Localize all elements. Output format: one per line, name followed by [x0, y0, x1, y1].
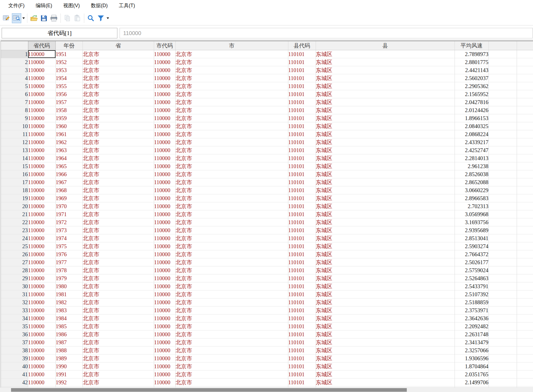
row-number[interactable]: 35	[1, 322, 28, 330]
cell-county-code[interactable]: 110101	[288, 290, 316, 298]
cell-year[interactable]: 1952	[56, 58, 83, 66]
row-number[interactable]: 33	[1, 306, 28, 314]
find-button[interactable]	[86, 13, 96, 23]
cell-year[interactable]: 1981	[56, 290, 83, 298]
cell-avg-wind-speed[interactable]: 2.702313	[455, 202, 489, 210]
cell-province-code[interactable]: 110000	[28, 114, 56, 122]
cell-city[interactable]: 北京市	[175, 210, 288, 218]
cell-city[interactable]: 北京市	[175, 306, 288, 314]
cell-year[interactable]: 1990	[56, 362, 83, 370]
cell-avg-wind-speed[interactable]: 2.5903274	[455, 242, 489, 250]
cell-city-code[interactable]: 110000	[154, 170, 175, 178]
cell-year[interactable]: 1986	[56, 330, 83, 338]
cell-county-code[interactable]: 110101	[288, 154, 316, 162]
cell-city[interactable]: 北京市	[175, 354, 288, 362]
cell-province-code[interactable]: 110000	[28, 186, 56, 194]
row-number[interactable]: 9	[1, 114, 28, 122]
cell-county[interactable]: 东城区	[316, 74, 455, 82]
cell-year[interactable]: 1969	[56, 194, 83, 202]
cell-avg-wind-speed[interactable]: 3.1693756	[455, 218, 489, 226]
cell-city-code[interactable]: 110000	[154, 250, 175, 258]
cell-city-code[interactable]: 110000	[154, 274, 175, 282]
cell-province[interactable]: 北京市	[83, 146, 154, 154]
cell-county-code[interactable]: 110101	[288, 194, 316, 202]
cell-city-code[interactable]: 110000	[154, 98, 175, 106]
cell-province[interactable]: 北京市	[83, 90, 154, 98]
cell-province-code[interactable]: 110000	[28, 362, 56, 370]
cell-province-code[interactable]: 110000	[28, 218, 56, 226]
cell-province[interactable]: 北京市	[83, 290, 154, 298]
cell-city[interactable]: 北京市	[175, 178, 288, 186]
cell-city-code[interactable]: 110000	[154, 50, 175, 58]
cell-city-code[interactable]: 110000	[154, 202, 175, 210]
cell-year[interactable]: 1965	[56, 162, 83, 170]
cell-province-code[interactable]: 110000	[28, 154, 56, 162]
cell-province[interactable]: 北京市	[83, 234, 154, 242]
cell-city[interactable]: 北京市	[175, 170, 288, 178]
cell-county-code[interactable]: 110101	[288, 90, 316, 98]
filter-caret-icon[interactable]	[106, 13, 110, 23]
row-number[interactable]: 29	[1, 274, 28, 282]
cell-province[interactable]: 北京市	[83, 178, 154, 186]
row-number[interactable]: 6	[1, 90, 28, 98]
cell-city-code[interactable]: 110000	[154, 338, 175, 346]
cell-county-code[interactable]: 110101	[288, 66, 316, 74]
cell-county-code[interactable]: 110101	[288, 218, 316, 226]
cell-county-code[interactable]: 110101	[288, 370, 316, 378]
cell-county-code[interactable]: 110101	[288, 282, 316, 290]
cell-city-code[interactable]: 110000	[154, 322, 175, 330]
cell-city[interactable]: 北京市	[175, 130, 288, 138]
cell-city[interactable]: 北京市	[175, 74, 288, 82]
cell-year[interactable]: 1970	[56, 202, 83, 210]
cell-city-code[interactable]: 110000	[154, 90, 175, 98]
cell-avg-wind-speed[interactable]: 2.5188859	[455, 298, 489, 306]
cell-county[interactable]: 东城区	[316, 314, 455, 322]
cell-province[interactable]: 北京市	[83, 274, 154, 282]
row-number[interactable]: 17	[1, 178, 28, 186]
cell-county[interactable]: 东城区	[316, 146, 455, 154]
cell-province-code[interactable]: 110000	[28, 242, 56, 250]
column-header-city-code[interactable]: 市代码	[154, 41, 175, 50]
cell-city-code[interactable]: 110000	[154, 58, 175, 66]
cell-city-code[interactable]: 110000	[154, 354, 175, 362]
cell-year[interactable]: 1991	[56, 370, 83, 378]
cell-value-input[interactable]: 110000	[120, 28, 533, 38]
cell-province[interactable]: 北京市	[83, 194, 154, 202]
cell-city-code[interactable]: 110000	[154, 106, 175, 114]
cell-county[interactable]: 东城区	[316, 346, 455, 354]
cell-county[interactable]: 东城区	[316, 66, 455, 74]
cell-county-code[interactable]: 110101	[288, 122, 316, 130]
cell-year[interactable]: 1960	[56, 122, 83, 130]
column-header-county[interactable]: 县	[316, 41, 455, 50]
cell-province[interactable]: 北京市	[83, 242, 154, 250]
cell-avg-wind-speed[interactable]: 2.9395689	[455, 226, 489, 234]
row-number[interactable]: 12	[1, 138, 28, 146]
cell-county-code[interactable]: 110101	[288, 146, 316, 154]
cell-city[interactable]: 北京市	[175, 58, 288, 66]
cell-county-code[interactable]: 110101	[288, 330, 316, 338]
cell-province-code[interactable]: 110000	[28, 354, 56, 362]
column-header-avg-wind-speed[interactable]: 平均风速	[455, 41, 489, 50]
scrollbar-thumb[interactable]	[11, 388, 407, 392]
row-number[interactable]: 11	[1, 130, 28, 138]
cell-province[interactable]: 北京市	[83, 226, 154, 234]
cell-county[interactable]: 东城区	[316, 266, 455, 274]
cell-city-code[interactable]: 110000	[154, 370, 175, 378]
row-number[interactable]: 15	[1, 162, 28, 170]
cell-city-code[interactable]: 110000	[154, 210, 175, 218]
cell-avg-wind-speed[interactable]: 2.7898973	[455, 50, 489, 58]
cell-avg-wind-speed[interactable]: 2.8966583	[455, 194, 489, 202]
cell-county[interactable]: 东城区	[316, 306, 455, 314]
cell-city[interactable]: 北京市	[175, 274, 288, 282]
cell-year[interactable]: 1955	[56, 82, 83, 90]
cell-city[interactable]: 北京市	[175, 202, 288, 210]
cell-province[interactable]: 北京市	[83, 106, 154, 114]
cell-county[interactable]: 东城区	[316, 226, 455, 234]
cell-avg-wind-speed[interactable]: 2.0427816	[455, 98, 489, 106]
cell-province[interactable]: 北京市	[83, 346, 154, 354]
cell-province[interactable]: 北京市	[83, 210, 154, 218]
cell-county-code[interactable]: 110101	[288, 250, 316, 258]
cell-city[interactable]: 北京市	[175, 314, 288, 322]
row-number[interactable]: 41	[1, 370, 28, 378]
cell-province-code[interactable]: 110000	[28, 146, 56, 154]
